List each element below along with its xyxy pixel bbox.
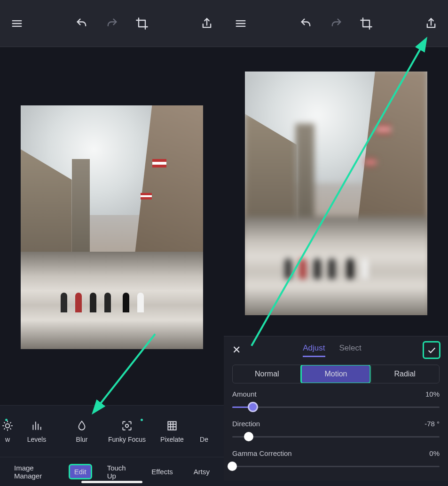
direction-value: -78 ° <box>424 420 440 428</box>
close-button[interactable]: ✕ <box>232 344 241 356</box>
blur-mode-segment[interactable]: NormalMotionRadial <box>232 365 440 383</box>
left-screenshot: wLevelsBlurFunky FocusPixelateDe Image M… <box>0 0 224 486</box>
svg-point-1 <box>126 424 129 427</box>
bars-icon <box>31 420 43 432</box>
gamma-label: Gamma Correction <box>232 449 292 457</box>
undo-icon <box>75 17 88 30</box>
undo-button[interactable] <box>298 15 314 32</box>
check-icon <box>426 345 437 355</box>
right-canvas[interactable] <box>224 47 448 336</box>
crop-button[interactable] <box>358 15 375 32</box>
tool-de[interactable]: De <box>195 417 213 446</box>
crop-icon <box>135 17 149 30</box>
redo-button[interactable] <box>103 15 120 32</box>
blur-mode-normal[interactable]: Normal <box>233 365 301 383</box>
tool-blur[interactable]: Blur <box>59 417 104 446</box>
menu-button[interactable] <box>232 15 249 32</box>
category-artsy[interactable]: Artsy <box>189 465 214 478</box>
grid-icon <box>166 420 178 432</box>
tab-adjust[interactable]: Adjust <box>303 343 325 357</box>
tool-row[interactable]: wLevelsBlurFunky FocusPixelateDe <box>0 406 224 457</box>
share-button[interactable] <box>198 15 215 32</box>
gamma-value: 0% <box>429 449 440 457</box>
tool-label: w <box>5 436 10 443</box>
redo-icon <box>330 17 343 30</box>
adjust-panel: ✕ AdjustSelect NormalMotionRadial Amount… <box>224 336 448 481</box>
right-photo-blurred <box>245 72 427 315</box>
menu-button[interactable] <box>8 15 25 32</box>
amount-slider[interactable] <box>232 401 440 413</box>
category-touchup[interactable]: Touch Up <box>102 461 136 483</box>
right-screenshot: ✕ AdjustSelect NormalMotionRadial Amount… <box>224 0 448 486</box>
left-canvas[interactable] <box>0 47 224 405</box>
tool-label: Funky Focus <box>108 436 146 443</box>
redo-button[interactable] <box>328 15 345 32</box>
category-edit[interactable]: Edit <box>70 465 91 478</box>
redo-icon <box>105 17 118 30</box>
share-icon <box>424 17 438 30</box>
undo-icon <box>299 17 313 30</box>
tab-select[interactable]: Select <box>339 343 362 357</box>
blur-mode-radial[interactable]: Radial <box>370 365 439 383</box>
crop-button[interactable] <box>134 15 150 32</box>
blur-mode-motion[interactable]: Motion <box>301 365 370 383</box>
gamma-slider[interactable] <box>232 460 440 472</box>
gamma-slider-row: Gamma Correction 0% <box>232 449 440 472</box>
tool-levels[interactable]: Levels <box>14 417 59 446</box>
menu-icon <box>10 17 24 30</box>
category-effects[interactable]: Effects <box>147 465 178 478</box>
sun-icon <box>1 420 14 432</box>
share-icon <box>200 17 213 30</box>
undo-button[interactable] <box>73 15 90 32</box>
menu-icon <box>234 17 247 30</box>
tool-label: De <box>200 436 208 443</box>
direction-label: Direction <box>232 420 260 428</box>
home-indicator <box>81 481 142 483</box>
blank-icon <box>198 420 210 432</box>
drop-icon <box>76 420 88 432</box>
adjust-tabs: AdjustSelect <box>303 343 362 357</box>
category-image-manager[interactable]: Image Manager <box>9 461 58 483</box>
crop-icon <box>360 17 373 30</box>
tool-pixelate[interactable]: Pixelate <box>149 417 195 446</box>
tool-label: Levels <box>27 436 46 443</box>
share-button[interactable] <box>423 15 440 32</box>
amount-label: Amount <box>232 390 257 398</box>
tool-strip: wLevelsBlurFunky FocusPixelateDe Image M… <box>0 405 224 486</box>
confirm-button[interactable] <box>424 342 440 358</box>
left-photo <box>21 105 203 349</box>
tool-label: Blur <box>76 436 88 443</box>
svg-point-0 <box>6 423 10 428</box>
amount-slider-row: Amount 10% <box>232 390 440 413</box>
amount-value: 10% <box>425 390 440 398</box>
direction-slider[interactable] <box>232 430 440 443</box>
direction-slider-row: Direction -78 ° <box>232 420 440 443</box>
tool-w[interactable]: w <box>1 417 14 446</box>
focus-icon <box>121 420 133 432</box>
tool-label: Pixelate <box>160 436 184 443</box>
tool-funky[interactable]: Funky Focus <box>104 417 149 446</box>
right-topbar <box>224 0 448 47</box>
left-topbar <box>0 0 224 47</box>
